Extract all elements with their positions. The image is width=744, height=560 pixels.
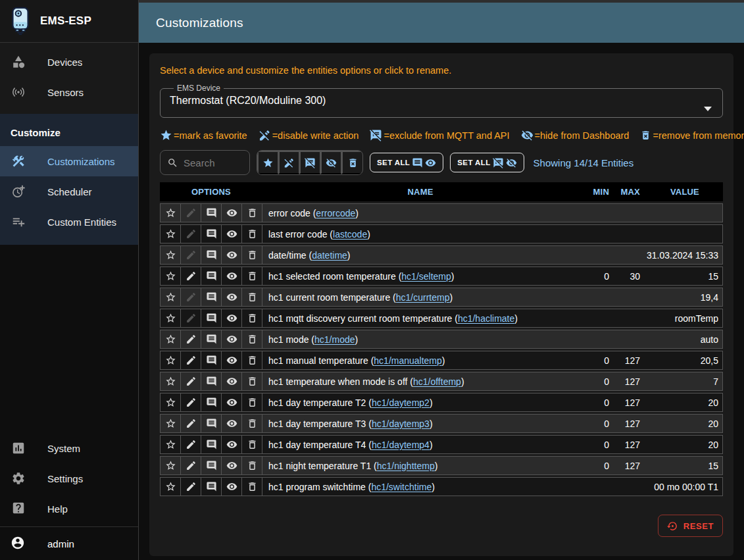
mqtt-toggle[interactable] (201, 288, 222, 306)
sidebar-item-help[interactable]: Help (0, 494, 138, 524)
remove-toggle[interactable] (242, 351, 262, 369)
remove-toggle[interactable] (242, 267, 262, 285)
entity-name-cell[interactable]: hc1 day temperature T4 (hc1/daytemp4) (262, 435, 578, 454)
sidebar-item-customizations[interactable]: Customizations (0, 146, 138, 176)
entity-shortname-link[interactable]: hc1/daytemp4 (372, 440, 430, 450)
favorite-toggle[interactable] (161, 267, 181, 285)
visibility-toggle[interactable] (222, 478, 242, 496)
mqtt-toggle[interactable] (201, 351, 222, 369)
visibility-toggle[interactable] (222, 288, 242, 306)
rename-toggle[interactable] (181, 478, 201, 496)
visibility-toggle[interactable] (222, 246, 242, 264)
sidebar-item-scheduler[interactable]: Scheduler (0, 176, 138, 207)
rename-toggle[interactable] (181, 394, 201, 411)
remove-toggle[interactable] (242, 436, 262, 453)
favorite-toggle[interactable] (161, 436, 181, 453)
rename-toggle[interactable] (181, 372, 201, 390)
mqtt-toggle[interactable] (201, 394, 222, 411)
favorite-toggle[interactable] (161, 457, 181, 474)
entity-name-cell[interactable]: hc1 day temperature T3 (hc1/daytemp3) (262, 414, 578, 433)
favorite-toggle[interactable] (161, 415, 181, 432)
rename-toggle[interactable] (181, 330, 201, 348)
entity-name-cell[interactable]: hc1 current room temperature (hc1/currte… (262, 288, 578, 307)
remove-toggle[interactable] (242, 330, 262, 348)
sidebar-user-admin[interactable]: admin (0, 527, 138, 560)
favorite-toggle[interactable] (161, 330, 181, 348)
rename-toggle[interactable] (181, 457, 201, 474)
visibility-toggle[interactable] (222, 204, 242, 222)
entity-name-cell[interactable]: hc1 mqtt discovery current room temperat… (262, 309, 578, 328)
search-box[interactable] (160, 150, 250, 175)
mqtt-toggle[interactable] (201, 457, 222, 474)
entity-shortname-link[interactable]: hc1/seltemp (401, 271, 451, 282)
entity-name-cell[interactable]: hc1 selected room temperature (hc1/selte… (262, 267, 578, 286)
rename-toggle[interactable] (181, 436, 201, 453)
entity-shortname-link[interactable]: datetime (312, 250, 347, 261)
sidebar-item-sensors[interactable]: Sensors (0, 77, 138, 107)
entity-shortname-link[interactable]: hc1/haclimate (458, 313, 514, 324)
entity-shortname-link[interactable]: hc1/daytemp3 (372, 419, 430, 429)
entity-name-cell[interactable]: hc1 mode (hc1/mode) (262, 330, 578, 349)
favorite-toggle[interactable] (161, 246, 181, 264)
remove-toggle[interactable] (242, 415, 262, 432)
mqtt-toggle[interactable] (201, 309, 222, 327)
visibility-toggle[interactable] (222, 351, 242, 369)
mqtt-toggle[interactable] (201, 415, 222, 432)
visibility-toggle[interactable] (222, 309, 242, 327)
entity-name-cell[interactable]: date/time (datetime) (262, 245, 578, 265)
sidebar-item-devices[interactable]: Devices (0, 47, 138, 77)
favorite-toggle[interactable] (161, 394, 181, 411)
favorite-toggle[interactable] (161, 288, 181, 306)
rename-toggle[interactable] (181, 351, 201, 369)
entity-shortname-link[interactable]: hc1/mode (314, 334, 355, 345)
favorite-filter-button[interactable] (257, 151, 278, 174)
remove-toggle[interactable] (242, 478, 262, 496)
favorite-toggle[interactable] (161, 478, 181, 496)
set-all-hide-button[interactable]: SET ALL (450, 153, 524, 172)
mqtt-toggle[interactable] (201, 372, 222, 390)
visibility-toggle[interactable] (222, 225, 242, 243)
entity-shortname-link[interactable]: hc1/manualtemp (374, 355, 442, 366)
entity-shortname-link[interactable]: errorcode (316, 208, 355, 218)
entity-name-cell[interactable]: last error code (lastcode) (262, 224, 578, 243)
remove-toggle[interactable] (242, 288, 262, 306)
mqtt-toggle[interactable] (201, 204, 222, 222)
entity-shortname-link[interactable]: hc1/switchtime (371, 482, 432, 492)
favorite-toggle[interactable] (161, 351, 181, 369)
rename-toggle[interactable] (181, 415, 201, 432)
entity-shortname-link[interactable]: hc1/currtemp (396, 292, 450, 303)
search-input[interactable] (184, 157, 243, 168)
sidebar-item-custom-entities[interactable]: Custom Entities (0, 207, 138, 237)
entity-shortname-link[interactable]: hc1/offtemp (413, 376, 461, 387)
hide-dashboard-filter-button[interactable] (320, 151, 341, 174)
sidebar-item-settings[interactable]: Settings (0, 463, 138, 494)
mqtt-toggle[interactable] (201, 330, 222, 348)
entity-name-cell[interactable]: error code (errorcode) (262, 203, 578, 222)
entity-name-cell[interactable]: hc1 temperature when mode is off (hc1/of… (262, 372, 578, 391)
favorite-toggle[interactable] (161, 309, 181, 327)
rename-toggle[interactable] (181, 267, 201, 285)
disable-write-filter-button[interactable] (278, 151, 299, 174)
visibility-toggle[interactable] (222, 394, 242, 411)
favorite-toggle[interactable] (161, 204, 181, 222)
entity-name-cell[interactable]: hc1 night temperature T1 (hc1/nighttemp) (262, 456, 578, 475)
reset-button[interactable]: RESET (658, 515, 723, 537)
ems-device-select[interactable]: EMS Device Thermostat (RC20/Moduline 300… (160, 84, 723, 118)
entity-name-cell[interactable]: hc1 program switchtime (hc1/switchtime) (262, 477, 578, 496)
remove-toggle[interactable] (242, 394, 262, 411)
favorite-toggle[interactable] (161, 372, 181, 390)
remove-memory-filter-button[interactable] (341, 151, 362, 174)
mqtt-toggle[interactable] (201, 246, 222, 264)
entity-name-cell[interactable]: hc1 day temperature T2 (hc1/daytemp2) (262, 393, 578, 412)
favorite-toggle[interactable] (161, 225, 181, 243)
sidebar-item-system[interactable]: System (0, 433, 138, 463)
visibility-toggle[interactable] (222, 436, 242, 453)
remove-toggle[interactable] (242, 204, 262, 222)
mqtt-toggle[interactable] (201, 478, 222, 496)
entity-name-cell[interactable]: hc1 manual temperature (hc1/manualtemp) (262, 351, 578, 370)
mqtt-toggle[interactable] (201, 436, 222, 453)
exclude-mqtt-filter-button[interactable] (299, 151, 320, 174)
visibility-toggle[interactable] (222, 330, 242, 348)
remove-toggle[interactable] (242, 309, 262, 327)
visibility-toggle[interactable] (222, 457, 242, 474)
